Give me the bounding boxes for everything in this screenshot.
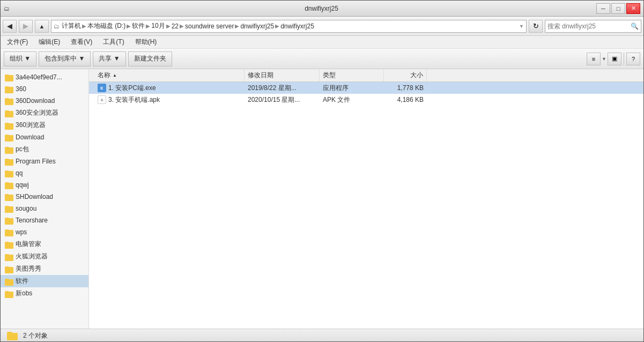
breadcrumb-arrow: ▶ xyxy=(127,23,131,29)
sidebar-item[interactable]: SHDownload xyxy=(1,191,88,203)
menu-edit[interactable]: 编辑(E) xyxy=(35,36,63,48)
sidebar-item[interactable]: 美图秀秀 xyxy=(1,263,88,275)
file-list-body: E1. 安装PC端.exe2019/8/22 星期...应用程序1,778 KB… xyxy=(89,82,643,329)
sidebar-item[interactable]: 360安全浏览器 xyxy=(1,107,88,119)
file-list-header: 名称 ▲ 修改日期 类型 大小 xyxy=(89,69,643,82)
file-name-cell: A3. 安装手机端.apk xyxy=(94,95,245,105)
sidebar-item[interactable]: wps xyxy=(1,226,88,238)
close-button[interactable]: ✕ xyxy=(626,3,640,14)
file-date-cell: 2020/10/15 星期... xyxy=(245,95,320,105)
sidebar-item-label: 360浏览器 xyxy=(16,121,46,130)
preview-pane-button[interactable]: ▣ xyxy=(608,53,621,65)
window-controls: ─ □ ✕ xyxy=(596,3,640,14)
sidebar-item-label: 新obs xyxy=(16,289,32,298)
table-row[interactable]: A3. 安装手机端.apk2020/10/15 星期...APK 文件4,186… xyxy=(89,94,643,106)
sidebar: 3a4e40ef9ed7...360360Download360安全浏览器360… xyxy=(1,69,89,329)
folder-icon xyxy=(5,240,13,249)
folder-icon xyxy=(5,85,13,93)
folder-icon xyxy=(5,265,13,273)
toolbar: 组织 ▼ 包含到库中 ▼ 共享 ▼ 新建文件夹 ≡ ▼ ▣ ? xyxy=(1,49,643,69)
folder-icon xyxy=(5,216,13,225)
share-button[interactable]: 共享 ▼ xyxy=(93,51,125,66)
folder-icon xyxy=(5,169,13,177)
organize-button[interactable]: 组织 ▼ xyxy=(4,51,36,66)
folder-icon xyxy=(5,96,13,105)
sidebar-item[interactable]: 电脑管家 xyxy=(1,238,88,250)
sidebar-item-label: Tenorshare xyxy=(16,217,48,224)
sidebar-item[interactable]: sougou xyxy=(1,203,88,214)
folder-icon xyxy=(5,109,13,117)
toolbar-separator xyxy=(624,53,624,65)
search-bar[interactable]: 🔍 xyxy=(545,20,641,33)
sidebar-item[interactable]: qqwj xyxy=(1,179,88,191)
sidebar-item[interactable]: 360Download xyxy=(1,95,88,107)
folder-icon xyxy=(5,181,13,189)
breadcrumb-arrow: ▶ xyxy=(166,23,171,29)
sort-arrow: ▲ xyxy=(113,73,117,78)
exe-icon: E xyxy=(98,84,106,92)
view-options: ≡ ▼ ▣ ? xyxy=(587,53,640,65)
menu-help[interactable]: 帮助(H) xyxy=(132,36,160,48)
search-icon: 🔍 xyxy=(631,23,639,30)
folder-icon xyxy=(5,204,13,213)
up-button[interactable]: ▲ xyxy=(35,20,49,33)
breadcrumb-arrow: ▶ xyxy=(82,23,86,29)
include-library-button[interactable]: 包含到库中 ▼ xyxy=(39,51,91,66)
menu-bar: 文件(F) 编辑(E) 查看(V) 工具(T) 帮助(H) xyxy=(1,36,643,49)
sidebar-item-label: SHDownload xyxy=(16,193,53,200)
table-row[interactable]: E1. 安装PC端.exe2019/8/22 星期...应用程序1,778 KB xyxy=(89,82,643,94)
folder-icon xyxy=(5,289,13,298)
sidebar-item[interactable]: Tenorshare xyxy=(1,214,88,226)
new-folder-button[interactable]: 新建文件夹 xyxy=(128,51,172,66)
forward-button[interactable]: ▶ xyxy=(19,20,33,33)
refresh-button[interactable]: ↻ xyxy=(529,20,543,33)
folder-icon xyxy=(5,133,13,142)
sidebar-item[interactable]: 软件 xyxy=(1,275,88,287)
sidebar-item-label: 360 xyxy=(16,85,26,93)
menu-tools[interactable]: 工具(T) xyxy=(100,36,127,48)
minimize-button[interactable]: ─ xyxy=(596,3,610,14)
sidebar-item[interactable]: Download xyxy=(1,131,88,143)
menu-file[interactable]: 文件(F) xyxy=(4,36,31,48)
sidebar-item[interactable]: 360浏览器 xyxy=(1,119,88,131)
sidebar-item-label: 360Download xyxy=(16,97,55,105)
search-input[interactable] xyxy=(547,23,631,30)
view-dropdown-arrow[interactable]: ▼ xyxy=(602,56,606,62)
breadcrumb-arrow: ▶ xyxy=(180,23,184,29)
col-header-size[interactable]: 大小 xyxy=(384,69,427,81)
back-button[interactable]: ◀ xyxy=(3,20,17,33)
sidebar-item-label: 美图秀秀 xyxy=(16,264,41,273)
col-header-name[interactable]: 名称 ▲ xyxy=(94,69,245,81)
sidebar-item-label: 软件 xyxy=(16,277,28,286)
address-bar[interactable]: 🗂 计算机 ▶ 本地磁盘 (D:) ▶ 软件 ▶ 10月 ▶ 22 ▶ soun… xyxy=(51,20,527,33)
col-header-date[interactable]: 修改日期 xyxy=(245,69,320,81)
sidebar-item-label: 3a4e40ef9ed7... xyxy=(16,73,62,81)
sidebar-item[interactable]: 3a4e40ef9ed7... xyxy=(1,71,88,83)
folder-icon xyxy=(5,121,13,130)
file-type-cell: APK 文件 xyxy=(320,95,384,105)
menu-view[interactable]: 查看(V) xyxy=(68,36,95,48)
sidebar-item[interactable]: 火狐浏览器 xyxy=(1,250,88,263)
sidebar-item-label: Download xyxy=(16,133,44,141)
folder-icon xyxy=(5,192,13,201)
status-folder-icon xyxy=(7,331,18,341)
status-bar: 2 个对象 xyxy=(1,329,643,342)
sidebar-item[interactable]: 360 xyxy=(1,83,88,95)
sidebar-item[interactable]: qq xyxy=(1,167,88,179)
maximize-button[interactable]: □ xyxy=(611,3,625,14)
sidebar-item-label: pc包 xyxy=(16,145,29,154)
sidebar-item[interactable]: 新obs xyxy=(1,287,88,300)
col-header-type[interactable]: 类型 xyxy=(320,69,384,81)
folder-icon xyxy=(5,145,13,154)
sidebar-item[interactable]: Program Files xyxy=(1,155,88,167)
main-area: 3a4e40ef9ed7...360360Download360安全浏览器360… xyxy=(1,69,643,329)
file-area: 名称 ▲ 修改日期 类型 大小 E1. 安装PC端.exe2019/8/22 星… xyxy=(89,69,643,329)
help-button[interactable]: ? xyxy=(626,53,640,65)
change-view-button[interactable]: ≡ xyxy=(587,53,601,65)
sidebar-item-label: 360安全浏览器 xyxy=(16,108,58,117)
sidebar-item-label: qqwj xyxy=(16,181,29,189)
sidebar-item[interactable]: pc包 xyxy=(1,143,88,155)
breadcrumb-arrow: ▶ xyxy=(235,23,239,29)
file-date-cell: 2019/8/22 星期... xyxy=(245,84,320,93)
address-dropdown-arrow[interactable]: ▼ xyxy=(519,24,524,29)
